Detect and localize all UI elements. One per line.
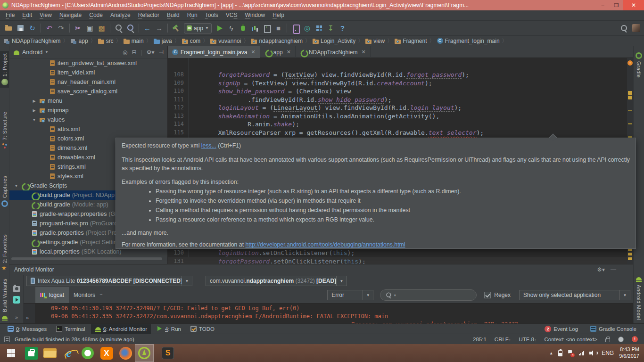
- menu-item-window[interactable]: Window: [241, 10, 269, 20]
- process-selector[interactable]: com.vuvannoi.ndapptracnghiem (32472) [DE…: [206, 276, 347, 286]
- log-level-selector[interactable]: Error ▼: [327, 290, 373, 300]
- toolwindow-button-gradle-console[interactable]: Gradle Console: [586, 324, 640, 334]
- breadcrumb-item-view[interactable]: view: [365, 38, 385, 44]
- inspections-indicator-icon[interactable]: [627, 60, 633, 66]
- close-icon[interactable]: ✕: [287, 49, 291, 55]
- maximize-button[interactable]: ❐: [610, 0, 623, 10]
- taskbar-ie[interactable]: e: [59, 344, 78, 362]
- locate-file-icon[interactable]: ◎: [123, 49, 127, 56]
- tool-button-gradle[interactable]: Gradle: [634, 50, 644, 80]
- hide-panel-icon[interactable]: ⊣: [159, 49, 164, 56]
- tray-expand-icon[interactable]: ▲: [549, 351, 553, 355]
- tree-item[interactable]: nav_header_main.xml: [9, 77, 167, 87]
- help-icon[interactable]: ?: [337, 23, 348, 34]
- structure-icon[interactable]: [313, 23, 325, 34]
- device-selector[interactable]: Intex Aqua Lite 0123456789ABCDEF [DISCON…: [26, 276, 192, 286]
- taskbar-sublime[interactable]: [158, 344, 177, 362]
- battery-icon[interactable]: [558, 350, 562, 356]
- breadcrumb-item-ndapptracnghiem[interactable]: NDAppTracNghiem: [4, 38, 61, 44]
- replace-icon[interactable]: [124, 23, 136, 34]
- language-indicator[interactable]: ENG: [602, 350, 614, 356]
- tab-ndapptracnghiem[interactable]: NDAppTracNghiem✕: [296, 46, 371, 58]
- volume-icon[interactable]: [589, 350, 596, 356]
- chevron-right-icon[interactable]: ▶: [31, 99, 37, 103]
- close-icon[interactable]: ✕: [251, 49, 255, 55]
- chevron-right-icon[interactable]: ▶: [31, 108, 37, 113]
- run-icon[interactable]: [214, 23, 225, 34]
- tab-app[interactable]: app✕: [260, 46, 296, 58]
- save-icon[interactable]: [15, 23, 26, 34]
- lock-icon[interactable]: [605, 338, 610, 342]
- search-everywhere-icon[interactable]: [620, 25, 627, 32]
- menu-item-run[interactable]: Run: [183, 10, 201, 20]
- menu-item-build[interactable]: Build: [163, 10, 183, 20]
- tool-button--structure[interactable]: 7: Structure: [0, 109, 9, 151]
- breadcrumb-item-src[interactable]: src: [98, 38, 114, 44]
- logcat-search-input[interactable]: ▼: [380, 289, 477, 301]
- menu-item-view[interactable]: View: [36, 10, 56, 20]
- breadcrumb-item-vuvannoi[interactable]: vuvannoi: [210, 38, 241, 44]
- action-center-icon[interactable]: [568, 350, 574, 356]
- open-icon[interactable]: [3, 23, 15, 34]
- breadcrumb-item-fragment_login_main[interactable]: Fragment_login_main: [437, 38, 500, 44]
- attach-icon[interactable]: [261, 23, 272, 34]
- menu-item-code[interactable]: Code: [85, 10, 107, 20]
- encoding-selector[interactable]: UTF-8↕: [519, 337, 536, 342]
- caret-position[interactable]: 285:1: [473, 337, 487, 342]
- taskbar-xampp[interactable]: [97, 344, 116, 362]
- breadcrumb-item-com[interactable]: com: [182, 38, 201, 44]
- paste-icon[interactable]: ▩: [96, 23, 107, 34]
- tree-item[interactable]: ▼values: [9, 115, 167, 124]
- tool-button-android-model[interactable]: Android Model: [634, 273, 644, 322]
- chevron-down-icon[interactable]: ▼: [45, 50, 49, 54]
- chevron-down-icon[interactable]: ▼: [31, 118, 37, 122]
- tab-logcat[interactable]: logcat: [35, 287, 69, 303]
- stop-icon[interactable]: ■: [272, 23, 284, 34]
- logcat-console[interactable]: » 09-06 05:41:30.193 32472-32498/? E/GED…: [24, 303, 633, 323]
- menu-item-tools[interactable]: Tools: [201, 10, 222, 20]
- tree-item[interactable]: item_gridview_list_answer.xml: [9, 58, 167, 68]
- tree-item[interactable]: ▶mipmap: [9, 106, 167, 115]
- toolwindow-button-todo[interactable]: TODO: [187, 324, 218, 334]
- less-link[interactable]: less...: [201, 142, 216, 149]
- horizontal-scrollbar[interactable]: [11, 257, 162, 260]
- hide-panel-icon[interactable]: —: [611, 266, 616, 273]
- lightning-icon[interactable]: ϟ: [225, 23, 237, 34]
- forward-icon[interactable]: →: [153, 23, 165, 34]
- debug-icon[interactable]: [237, 23, 249, 34]
- syncgradle-icon[interactable]: ◎: [301, 23, 313, 34]
- documentation-link[interactable]: http://developer.android.com/tools/debug…: [245, 241, 405, 248]
- expand-icon[interactable]: »: [15, 314, 17, 320]
- back-icon[interactable]: ←: [141, 23, 153, 34]
- menu-item-navigate[interactable]: Navigate: [56, 10, 85, 20]
- breadcrumb-item-java[interactable]: java: [154, 38, 172, 44]
- taskbar-start[interactable]: [0, 344, 22, 362]
- tool-button--project[interactable]: 1: Project: [0, 51, 9, 88]
- menu-item-help[interactable]: Help: [269, 10, 288, 20]
- screenshot-icon[interactable]: [13, 286, 20, 292]
- toolwindow-button-event-log[interactable]: 2Event Log: [541, 324, 582, 334]
- tab-monitors[interactable]: Monitors→: [69, 287, 108, 303]
- tool-button-captures[interactable]: Captures: [0, 173, 9, 209]
- expand-icon[interactable]: »: [26, 315, 28, 321]
- sdk-icon[interactable]: ↧: [325, 23, 337, 34]
- close-button[interactable]: ✕: [623, 0, 644, 10]
- menu-item-analyze[interactable]: Analyze: [107, 10, 134, 20]
- menu-item-refactor[interactable]: Refactor: [134, 10, 163, 20]
- taskbar-coccoc[interactable]: [78, 344, 97, 362]
- highlighting-level-icon[interactable]: [618, 337, 624, 342]
- project-view-selector[interactable]: Android: [22, 49, 42, 56]
- undo-icon[interactable]: ↶: [43, 23, 55, 34]
- profiler-icon[interactable]: [249, 23, 261, 34]
- run-configuration-selector[interactable]: app▼: [184, 23, 212, 33]
- sync-icon[interactable]: ↻: [26, 23, 38, 34]
- tree-item[interactable]: attrs.xml: [9, 124, 167, 134]
- breadcrumb-item-ndapptracnghiem[interactable]: ndapptracnghiem: [251, 38, 303, 44]
- redo-icon[interactable]: ↷: [55, 23, 67, 34]
- network-signal-icon[interactable]: [579, 351, 584, 355]
- toolwindow-button--android-monitor[interactable]: 6: Android Monitor: [91, 324, 151, 334]
- close-icon[interactable]: ✕: [361, 49, 365, 55]
- menu-item-file[interactable]: File: [2, 10, 18, 20]
- toolwindow-button--messages[interactable]: 0: Messages: [4, 324, 50, 334]
- breadcrumb-item-app[interactable]: app: [71, 38, 88, 44]
